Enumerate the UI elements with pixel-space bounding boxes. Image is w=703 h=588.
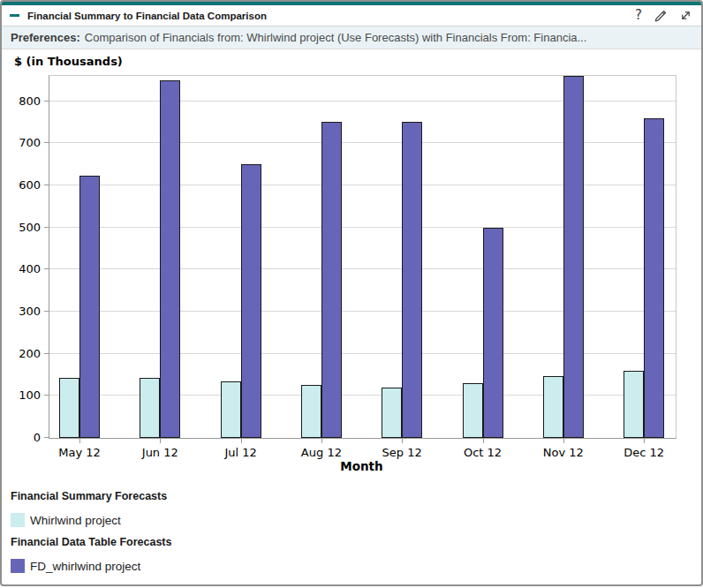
bar-whirlwind-project <box>140 378 160 438</box>
edit-pencil-icon[interactable] <box>654 9 668 23</box>
y-axis-tick-label: 700 <box>0 136 41 149</box>
expand-arrows-icon[interactable] <box>679 9 692 22</box>
x-axis-tick <box>644 438 645 443</box>
bar-whirlwind-project <box>463 383 483 438</box>
legend-swatch <box>11 559 25 573</box>
y-axis-tick-label: 800 <box>0 94 41 108</box>
y-axis-title: $ (in Thousands) <box>14 55 123 68</box>
x-axis-tick <box>563 438 564 443</box>
bar-whirlwind-project <box>59 378 79 438</box>
bar-fd-whirlwind-project <box>241 164 261 438</box>
title-bar: Financial Summary to Financial Data Comp… <box>2 5 701 26</box>
x-axis-tick-label: Oct 12 <box>443 446 523 459</box>
portlet-window: Financial Summary to Financial Data Comp… <box>0 0 703 586</box>
bar-whirlwind-project <box>382 388 402 438</box>
x-axis-tick <box>241 438 242 443</box>
preferences-text: Comparison of Financials from: Whirlwind… <box>85 31 587 44</box>
y-axis-tick-label: 400 <box>0 262 41 275</box>
legend-swatch <box>11 513 25 527</box>
legend-section-heading: Financial Data Table Forecasts <box>11 536 701 548</box>
legend-item: Whirlwind project <box>11 513 701 527</box>
y-axis-tick-label: 0 <box>0 431 41 444</box>
x-axis-tick-label: Nov 12 <box>524 446 603 459</box>
bar-whirlwind-project <box>221 381 241 438</box>
x-axis-tick-label: Aug 12 <box>282 446 361 459</box>
bar-fd-whirlwind-project <box>79 176 100 438</box>
x-axis-tick <box>483 438 484 443</box>
bar-fd-whirlwind-project <box>160 80 180 438</box>
bar-fd-whirlwind-project <box>402 122 422 438</box>
bar-whirlwind-project <box>624 371 644 438</box>
bar-fd-whirlwind-project <box>644 118 664 438</box>
y-axis-tick-label: 300 <box>0 305 41 318</box>
legend-item-label: Whirlwind project <box>30 514 121 527</box>
x-axis-tick <box>160 438 161 443</box>
chart-container: $ (in Thousands) 01002003004005006007008… <box>2 49 701 479</box>
bar-whirlwind-project <box>301 385 321 438</box>
legend-item: FD_whirlwind project <box>11 559 701 573</box>
x-axis-tick-label: Dec 12 <box>604 446 684 459</box>
y-axis-tick-label: 200 <box>0 347 41 360</box>
x-axis-tick-label: Jun 12 <box>120 446 200 459</box>
legend: Financial Summary ForecastsWhirlwind pro… <box>2 479 701 573</box>
x-axis-tick <box>402 438 403 443</box>
bar-fd-whirlwind-project <box>321 122 342 438</box>
x-axis-tick <box>321 438 322 443</box>
bar-fd-whirlwind-project <box>563 76 584 438</box>
y-axis-tick <box>44 437 49 438</box>
x-axis-title: Month <box>49 459 675 473</box>
bar-whirlwind-project <box>543 376 563 438</box>
legend-item-label: FD_whirlwind project <box>30 560 140 573</box>
collapse-button[interactable] <box>10 14 19 17</box>
x-axis-tick-label: May 12 <box>40 446 119 459</box>
y-axis-tick-label: 600 <box>0 178 41 192</box>
help-icon[interactable]: ? <box>635 9 642 22</box>
portlet-title: Financial Summary to Financial Data Comp… <box>27 11 267 21</box>
x-axis-tick-label: Sep 12 <box>362 446 442 459</box>
plot-area: 0100200300400500600700800May 12Jun 12Jul… <box>49 75 677 439</box>
y-axis-tick-label: 500 <box>0 221 41 234</box>
x-axis-tick-label: Jul 12 <box>201 446 281 459</box>
y-axis-tick-label: 100 <box>0 388 41 402</box>
bar-fd-whirlwind-project <box>483 228 503 438</box>
preferences-label: Preferences: <box>11 31 80 44</box>
x-axis-tick <box>79 438 80 443</box>
legend-section-heading: Financial Summary Forecasts <box>11 490 701 502</box>
preferences-bar: Preferences: Comparison of Financials fr… <box>2 26 701 49</box>
titlebar-actions: ? <box>635 9 692 23</box>
